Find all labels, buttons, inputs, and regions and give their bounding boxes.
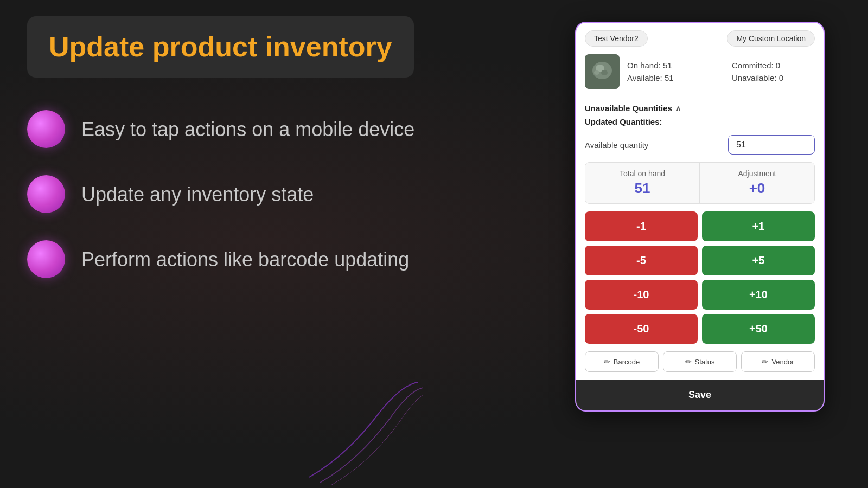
pencil-icon: ✏: [604, 357, 610, 366]
feature-text: Perform actions like barcode updating: [81, 248, 409, 271]
product-info: On hand: 51 Committed: 0 Available: 51 U…: [576, 47, 824, 97]
action-btn-barcode[interactable]: ✏Barcode: [585, 351, 659, 372]
pencil-icon: ✏: [762, 357, 768, 366]
product-stats: On hand: 51 Committed: 0 Available: 51 U…: [627, 61, 815, 82]
feature-dot: [27, 240, 65, 278]
card-header: Test Vendor2 My Custom Location: [576, 23, 824, 47]
feature-text: Easy to tap actions on a mobile device: [81, 118, 414, 141]
left-panel: Update product inventory Easy to tap act…: [27, 16, 472, 278]
adj-btn-plus10[interactable]: +10: [702, 280, 815, 310]
totals-row: Total on hand 51 Adjustment +0: [585, 162, 815, 204]
action-btn-vendor[interactable]: ✏Vendor: [741, 351, 815, 372]
committed-stat: Committed: 0: [732, 61, 815, 70]
action-btn-status[interactable]: ✏Status: [663, 351, 737, 372]
feature-item: Update any inventory state: [27, 175, 472, 213]
adj-btn-minus50[interactable]: -50: [585, 314, 698, 344]
feature-list: Easy to tap actions on a mobile device U…: [27, 110, 472, 278]
adj-btn-plus50[interactable]: +50: [702, 314, 815, 344]
adjustment-buttons-grid: -1+1-5+5-10+10-50+50: [576, 211, 824, 351]
adjustment-value: +0: [707, 180, 807, 197]
svg-point-3: [601, 70, 608, 75]
adjustment-label: Adjustment: [707, 169, 807, 178]
title-box: Update product inventory: [27, 16, 414, 78]
updated-quantities-label: Updated Quantities:: [576, 115, 824, 132]
unavailable-stat: Unavailable: 0: [732, 73, 815, 82]
svg-point-4: [594, 70, 599, 75]
feature-dot: [27, 175, 65, 213]
available-quantity-input[interactable]: [728, 135, 815, 155]
total-on-hand-cell: Total on hand 51: [585, 163, 700, 203]
decorative-lines: [304, 380, 423, 488]
page-title: Update product inventory: [49, 31, 392, 62]
quantity-row: Available quantity: [576, 132, 824, 162]
save-label: Save: [688, 389, 711, 400]
chevron-up-icon: ∧: [675, 104, 681, 113]
adj-btn-minus1[interactable]: -1: [585, 211, 698, 241]
adj-btn-plus5[interactable]: +5: [702, 246, 815, 275]
vendor-badge[interactable]: Test Vendor2: [585, 30, 648, 47]
feature-item: Easy to tap actions on a mobile device: [27, 110, 472, 148]
unavailable-section-header[interactable]: Unavailable Quantities ∧: [576, 97, 824, 115]
feature-item: Perform actions like barcode updating: [27, 240, 472, 278]
available-quantity-label: Available quantity: [585, 140, 648, 150]
on-hand-stat: On hand: 51: [627, 61, 710, 70]
feature-dot: [27, 110, 65, 148]
adj-btn-minus5[interactable]: -5: [585, 246, 698, 275]
adj-btn-minus10[interactable]: -10: [585, 280, 698, 310]
right-panel: Test Vendor2 My Custom Location On hand:…: [575, 22, 825, 412]
feature-text: Update any inventory state: [81, 183, 314, 206]
action-btn-label: Vendor: [771, 358, 794, 366]
action-btn-label: Barcode: [614, 358, 640, 366]
product-image: [585, 54, 620, 89]
save-bar[interactable]: Save: [576, 380, 824, 410]
adj-btn-plus1[interactable]: +1: [702, 211, 815, 241]
location-badge[interactable]: My Custom Location: [727, 30, 815, 47]
pencil-icon: ✏: [685, 357, 692, 366]
adjustment-cell: Adjustment +0: [700, 163, 814, 203]
action-btn-label: Status: [695, 358, 715, 366]
action-buttons-row: ✏Barcode✏Status✏Vendor: [576, 351, 824, 380]
inventory-card: Test Vendor2 My Custom Location On hand:…: [575, 22, 825, 412]
total-on-hand-value: 51: [593, 180, 692, 197]
total-on-hand-label: Total on hand: [593, 169, 692, 178]
available-stat: Available: 51: [627, 73, 710, 82]
